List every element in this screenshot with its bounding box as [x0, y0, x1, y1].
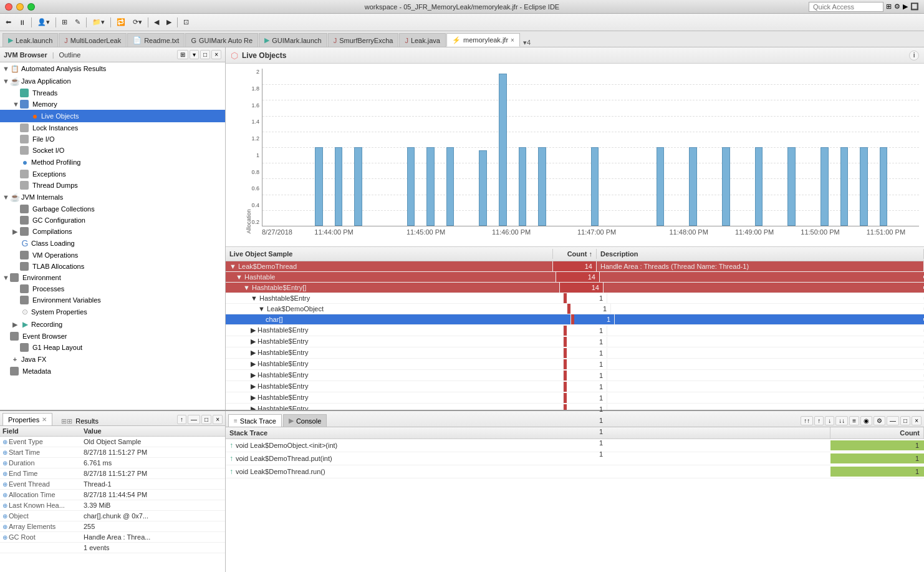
stack-row[interactable]: ↑ void Leak$DemoThread.put(int) 1 — [226, 452, 924, 465]
sidebar-item-event-browser[interactable]: Event Browser — [0, 331, 225, 342]
toggle-recording[interactable]: ▶ — [12, 321, 20, 329]
toggle-compilations[interactable]: ▶ — [12, 228, 20, 236]
stack-btn-1[interactable]: ↑↑ — [801, 416, 813, 425]
toolbar-icon-3[interactable]: ▶ — [903, 2, 908, 11]
table-row[interactable]: ▼ Leak$DemoObject 1 — [226, 304, 924, 314]
toolbar-btn-7[interactable]: 🔁 — [113, 16, 128, 28]
info-btn[interactable]: i — [909, 51, 919, 61]
sidebar-item-automated[interactable]: ▼ 📋 Automated Analysis Results — [0, 62, 225, 75]
minimize-button[interactable] — [16, 3, 24, 11]
stack-close-btn[interactable]: × — [912, 416, 922, 425]
toolbar-btn-9[interactable]: ◀ — [151, 16, 162, 28]
sidebar-item-lock[interactable]: Lock Instances — [0, 122, 225, 133]
sidebar-btn-1[interactable]: ⊞ — [177, 50, 188, 59]
table-row[interactable]: ▶ Hashtable$Entry 1 — [226, 336, 924, 347]
sidebar-item-vm-ops[interactable]: VM Operations — [0, 250, 225, 261]
outline-tab[interactable]: Outline — [59, 51, 81, 59]
table-row[interactable]: ▼ Hashtable$Entry[] 14 — [226, 283, 924, 293]
sidebar-item-threads[interactable]: Threads — [0, 87, 225, 99]
stack-btn-5[interactable]: ≡ — [849, 416, 859, 425]
quick-access-input[interactable] — [809, 2, 883, 12]
toolbar-btn-1[interactable]: ⬅ — [2, 16, 14, 28]
stack-btn-4[interactable]: ↓↓ — [835, 416, 848, 425]
tab-memoryleak-jfr[interactable]: ⚡ memoryleak.jfr × — [446, 33, 520, 47]
toolbar-btn-3[interactable]: 👤▾ — [34, 16, 53, 28]
sidebar-item-jvm-internals[interactable]: ▼ ☕ JVM Internals — [0, 191, 225, 203]
tab-close-icon[interactable]: × — [511, 37, 514, 44]
toolbar-btn-10[interactable]: ▶ — [163, 16, 175, 28]
stack-row[interactable]: ↑ void Leak$DemoThread.run() 1 — [226, 465, 924, 478]
table-row[interactable]: ▶ Hashtable$Entry 1 — [226, 381, 924, 392]
toolbar-btn-5[interactable]: ✎ — [72, 16, 84, 28]
table-row[interactable]: char[] 1 — [226, 314, 924, 325]
sidebar-item-sys-props[interactable]: ⊙ System Properties — [0, 306, 225, 318]
sidebar-item-g1-heap[interactable]: G1 Heap Layout — [0, 342, 225, 353]
sidebar-item-socket[interactable]: Socket I/O — [0, 145, 225, 156]
table-row[interactable]: ▶ Hashtable$Entry 1 — [226, 325, 924, 336]
toggle-env[interactable]: ▼ — [2, 274, 10, 281]
toolbar-btn-8[interactable]: ⟳▾ — [130, 16, 145, 28]
stack-trace-tab[interactable]: ≡ Stack Trace — [228, 414, 282, 427]
toggle-jvm[interactable]: ▼ — [2, 193, 10, 201]
tab-smurf[interactable]: J SmurfBerryExcha — [328, 33, 399, 47]
sidebar-item-class-loading[interactable]: G Class Loading — [0, 237, 225, 250]
tab-guimark-launch[interactable]: ▶ GUIMark.launch — [259, 33, 327, 47]
stack-max-btn[interactable]: □ — [900, 416, 910, 425]
sidebar-item-javafx[interactable]: + Java FX — [0, 353, 225, 366]
table-row[interactable]: ▶ Hashtable$Entry 1 — [226, 370, 924, 381]
sidebar-btn-2[interactable]: ▾ — [190, 50, 199, 59]
props-max-btn[interactable]: □ — [201, 415, 211, 424]
stack-btn-3[interactable]: ↓ — [825, 416, 834, 425]
jvm-browser-tab[interactable]: JVM Browser — [4, 51, 47, 59]
sidebar-item-live-objects[interactable]: ● Live Objects — [0, 110, 225, 122]
stack-row[interactable]: ↑ void Leak$DemoObject.<init>(int) 1 — [226, 439, 924, 452]
stack-btn-7[interactable]: ⚙ — [873, 416, 885, 425]
sidebar-item-memory[interactable]: ▼ Memory — [0, 99, 225, 110]
stack-min-btn[interactable]: — — [887, 416, 899, 425]
stack-btn-2[interactable]: ↑ — [814, 416, 824, 425]
table-row[interactable]: ▼ Hashtable 14 — [226, 272, 924, 283]
close-button[interactable] — [5, 3, 12, 11]
toolbar-btn-11[interactable]: ⊡ — [180, 16, 192, 28]
tab-readme[interactable]: 📄 Readme.txt — [127, 33, 185, 47]
toolbar-btn-2[interactable]: ⏸ — [16, 17, 29, 28]
sidebar-btn-3[interactable]: □ — [200, 50, 210, 59]
sidebar-item-processes[interactable]: Processes — [0, 283, 225, 294]
sidebar-item-compilations[interactable]: ▶ Compilations — [0, 226, 225, 237]
toolbar-icon-1[interactable]: ⊞ — [886, 2, 892, 11]
maximize-button[interactable] — [27, 3, 35, 11]
tab-leak-java[interactable]: J Leak.java — [399, 33, 446, 47]
toolbar-icon-2[interactable]: ⚙ — [894, 2, 900, 11]
sidebar-item-environment[interactable]: ▼ Environment — [0, 272, 225, 283]
toggle-automated[interactable]: ▼ — [2, 65, 10, 72]
sidebar-item-gc-config[interactable]: GC Configuration — [0, 215, 225, 226]
sidebar-item-exceptions[interactable]: Exceptions — [0, 168, 225, 180]
props-export-btn[interactable]: ↑ — [177, 415, 186, 424]
results-tab[interactable]: ⊞⊞ Results — [59, 417, 101, 425]
properties-tab[interactable]: Properties ✕ — [2, 413, 52, 425]
table-row[interactable]: ▼ Hashtable$Entry 1 — [226, 293, 924, 304]
sidebar-item-java-app[interactable]: ▼ ☕ Java Application — [0, 75, 225, 87]
stack-btn-6[interactable]: ◉ — [860, 416, 872, 425]
table-row[interactable]: ▼ Leak$DemoThread 14 Handle Area : Threa… — [226, 261, 924, 272]
sidebar-btn-4[interactable]: × — [211, 50, 221, 59]
sidebar-item-thread-dumps[interactable]: Thread Dumps — [0, 180, 225, 191]
table-row[interactable]: ▶ Hashtable$Entry 1 — [226, 347, 924, 359]
tab-guimark-auto[interactable]: G GUIMark Auto Re — [185, 33, 258, 47]
tab-leak-launch[interactable]: ▶ Leak.launch — [2, 33, 58, 47]
sidebar-item-method-profiling[interactable]: ● Method Profiling — [0, 156, 225, 168]
sidebar-item-recording[interactable]: ▶ ▶ Recording — [0, 318, 225, 331]
toggle-java-app[interactable]: ▼ — [2, 77, 10, 85]
sidebar-item-env-vars[interactable]: Environment Variables — [0, 294, 225, 306]
props-close-btn[interactable]: × — [213, 415, 223, 424]
sidebar-item-gc[interactable]: Garbage Collections — [0, 203, 225, 215]
table-row[interactable]: ▶ Hashtable$Entry 1 — [226, 359, 924, 370]
sidebar-item-metadata[interactable]: Metadata — [0, 366, 225, 377]
toggle-memory[interactable]: ▼ — [12, 100, 20, 108]
console-tab[interactable]: ▶ Console — [283, 414, 327, 427]
props-min-btn[interactable]: — — [188, 415, 200, 424]
sidebar-item-file-io[interactable]: File I/O — [0, 133, 225, 145]
tab-multi-loader[interactable]: J MultiLoaderLeak — [59, 33, 127, 47]
sidebar-item-tlab[interactable]: TLAB Allocations — [0, 261, 225, 272]
tab-overflow-btn[interactable]: ▾4 — [523, 39, 531, 47]
